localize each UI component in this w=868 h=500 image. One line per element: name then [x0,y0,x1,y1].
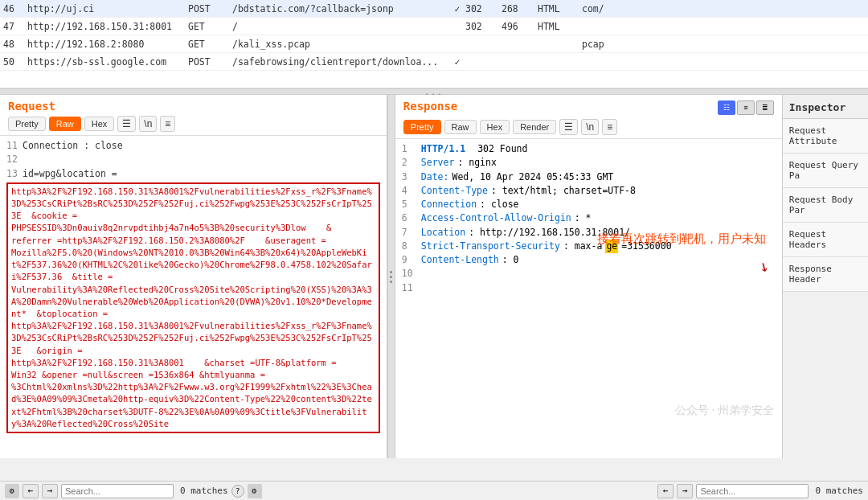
inspector-response-headers[interactable]: Response Header [783,257,868,292]
table-row[interactable]: 47 http://192.168.150.31:8001 GET / 302 … [0,18,868,35]
request-body-redbox: http%3A%2F%2F192.168.150.31%3A8001%2Fvul… [6,182,380,433]
forward-button-left[interactable]: → [42,484,58,498]
row-type: HTML [538,21,582,32]
help-button[interactable]: ? [231,485,244,498]
inspector-request-attributes[interactable]: Request Attribute [783,119,868,154]
search-input-left[interactable] [61,484,174,498]
table-row[interactable]: 48 http://192.168.2:8080 GET /kali_xss.p… [0,35,868,53]
row-path: /safebrowsing/clientreport/downloa... [232,56,449,68]
format-icon[interactable]: ☰ [117,116,136,132]
hex-button[interactable]: Hex [84,117,115,131]
inspector-request-headers[interactable]: Request Headers [783,223,868,257]
response-line-5: 5 Connection : close [402,198,776,211]
row-type: HTML [538,3,582,14]
pretty-button[interactable]: Pretty [8,117,46,131]
inspector-title: Inspector [783,95,868,119]
bottom-right: ← → 0 matches [657,484,863,498]
grid-view-button[interactable]: ☷ [718,100,735,115]
row-length: 496 [502,21,538,32]
traffic-table: 46 http://uj.ci POST /bdstatic.com/?call… [0,0,868,88]
row-path: / [232,21,449,32]
response-toolbar: Pretty Raw Hex Render ☰ \n ≡ [403,119,774,135]
config-icon[interactable]: ⚙ [248,484,262,498]
response-line-11: 11 [402,281,776,295]
response-menu-icon[interactable]: ≡ [602,119,617,135]
response-header: Response ☷ ≡ ≣ Pretty Raw Hex Render ☰ \… [395,95,782,139]
row-path: /kali_xss.pcap [232,39,449,50]
request-title: Request [8,100,379,113]
main-panels: Request Pretty Raw Hex ☰ \n ≡ 11Connecti… [0,95,868,458]
row-method: GET [188,39,232,50]
response-line-10: 10 [402,267,776,281]
response-line-4: 4 Content-Type : text/html; charset=UTF-… [402,184,776,198]
bottom-bar: ⚙ ← → 0 matches ? ⚙ ← → 0 matches [0,481,868,500]
row-num: 46 [3,3,27,14]
panel-divider[interactable]: ... [0,88,868,95]
row-status: 302 [465,3,502,14]
matches-right: 0 matches [815,486,863,496]
request-content: 11Connection : close 12 13id=wpg&locatio… [0,136,387,458]
row-method: POST [188,56,232,68]
table-row[interactable]: 46 http://uj.ci POST /bdstatic.com/?call… [0,0,868,18]
response-pretty-button[interactable]: Pretty [403,120,441,134]
row-status: 302 [465,21,502,32]
line-13: 13id=wpg&location = [6,167,380,181]
compact-view-button[interactable]: ≣ [756,100,774,115]
request-toolbar: Pretty Raw Hex ☰ \n ≡ [8,116,379,132]
row-method: GET [188,21,232,32]
response-hex-button[interactable]: Hex [480,120,510,134]
row-num: 50 [3,56,27,68]
response-line-8: 8 Strict-Transport-Security : max-age=31… [402,240,776,253]
row-ext: pcap [582,39,626,50]
response-line-3: 3 Date: Wed, 10 Apr 2024 05:45:33 GMT [402,170,776,184]
response-content: 1 HTTP/1.1 302 Found 2 Server : nginx 3 … [395,139,782,458]
handle-dot [390,271,392,273]
view-mode-buttons: ☷ ≡ ≣ [718,100,774,115]
row-check: ✓ [449,3,465,14]
response-raw-button[interactable]: Raw [444,120,477,134]
handle-dot [390,281,392,283]
search-input-right[interactable] [696,484,809,498]
inspector-request-query[interactable]: Request Query Pa [783,154,868,188]
response-wrap-icon[interactable]: \n [581,119,599,135]
row-check: ✓ [449,56,465,68]
row-length: 268 [502,3,538,14]
inspector-request-body[interactable]: Request Body Par [783,188,868,223]
row-url: http://192.168.2:8080 [27,39,188,50]
matches-left: 0 matches [180,486,228,496]
bottom-left: ⚙ ← → 0 matches ? ⚙ [5,484,654,498]
row-method: POST [188,3,232,14]
response-line-2: 2 Server : nginx [402,156,776,170]
request-panel: Request Pretty Raw Hex ☰ \n ≡ 11Connecti… [0,95,387,458]
response-format-icon[interactable]: ☰ [559,119,578,135]
inspector-panel: Inspector Request Attribute Request Quer… [783,95,868,458]
response-title: Response [403,100,457,113]
line-11: 11Connection : close [6,139,380,153]
resize-handle[interactable] [387,95,395,458]
table-row[interactable]: 50 https://sb-ssl.google.com POST /safeb… [0,53,868,71]
row-ext: com/ [582,3,626,14]
row-url: http://uj.ci [27,3,188,14]
settings-icon[interactable]: ⚙ [5,484,19,498]
response-render-button[interactable]: Render [513,120,556,134]
row-url: http://192.168.150.31:8001 [27,21,188,32]
request-header: Request Pretty Raw Hex ☰ \n ≡ [0,95,387,136]
raw-button[interactable]: Raw [49,117,81,131]
response-line-6: 6 Access-Control-Allow-Origin : * [402,211,776,225]
list-view-button[interactable]: ≡ [737,100,755,115]
forward-button-right[interactable]: → [677,484,693,498]
response-line-9: 9 Content-Length : 0 [402,253,776,267]
handle-dot [390,276,392,278]
menu-icon[interactable]: ≡ [160,116,175,132]
line-12: 12 [6,153,380,166]
row-url: https://sb-ssl.google.com [27,56,188,68]
response-panel: Response ☷ ≡ ≣ Pretty Raw Hex Render ☰ \… [395,95,783,458]
row-num: 48 [3,39,27,50]
back-button-right[interactable]: ← [657,484,674,498]
back-button-left[interactable]: ← [23,484,39,498]
row-num: 47 [3,21,27,32]
response-line-1: 1 HTTP/1.1 302 Found [402,142,776,156]
response-line-7: 7 Location : http://192.168.150.31:8001/ [402,226,776,240]
row-path: /bdstatic.com/?callback=jsonp [232,3,449,14]
wrap-icon[interactable]: \n [139,116,157,132]
